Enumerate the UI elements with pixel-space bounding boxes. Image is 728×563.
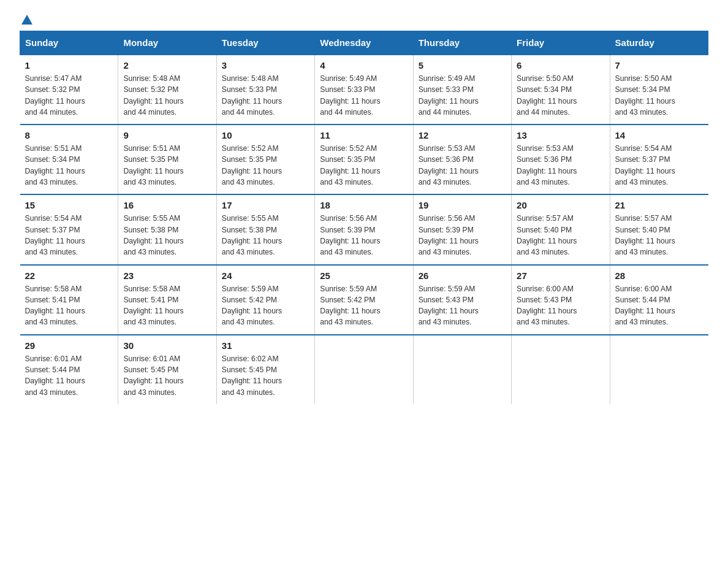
day-number: 15	[25, 200, 113, 210]
calendar-cell	[610, 335, 708, 404]
calendar-cell: 7 Sunrise: 5:50 AM Sunset: 5:34 PM Dayli…	[610, 55, 708, 124]
day-info: Sunrise: 5:59 AM Sunset: 5:43 PM Dayligh…	[419, 283, 506, 328]
day-info: Sunrise: 5:48 AM Sunset: 5:33 PM Dayligh…	[222, 73, 309, 118]
day-number: 3	[222, 60, 309, 71]
day-info: Sunrise: 5:54 AM Sunset: 5:37 PM Dayligh…	[25, 213, 113, 258]
calendar-cell	[315, 335, 413, 404]
calendar-cell: 25 Sunrise: 5:59 AM Sunset: 5:42 PM Dayl…	[315, 265, 413, 335]
header-sunday: Sunday	[20, 31, 118, 55]
day-number: 13	[517, 130, 604, 140]
header-wednesday: Wednesday	[315, 31, 413, 55]
day-info: Sunrise: 5:52 AM Sunset: 5:35 PM Dayligh…	[320, 143, 408, 188]
day-number: 17	[222, 200, 309, 210]
calendar-cell	[413, 335, 511, 404]
calendar-cell: 2 Sunrise: 5:48 AM Sunset: 5:32 PM Dayli…	[118, 55, 216, 124]
calendar-cell: 29 Sunrise: 6:01 AM Sunset: 5:44 PM Dayl…	[20, 335, 118, 404]
day-info: Sunrise: 5:58 AM Sunset: 5:41 PM Dayligh…	[25, 283, 113, 328]
day-info: Sunrise: 5:59 AM Sunset: 5:42 PM Dayligh…	[320, 283, 408, 328]
day-info: Sunrise: 5:51 AM Sunset: 5:35 PM Dayligh…	[123, 143, 211, 188]
header-tuesday: Tuesday	[216, 31, 314, 55]
day-number: 10	[222, 130, 309, 140]
day-number: 24	[222, 270, 309, 281]
day-number: 21	[615, 200, 703, 210]
day-number: 8	[25, 130, 113, 140]
calendar-cell: 26 Sunrise: 5:59 AM Sunset: 5:43 PM Dayl…	[413, 265, 511, 335]
day-info: Sunrise: 5:47 AM Sunset: 5:32 PM Dayligh…	[25, 73, 113, 118]
header-saturday: Saturday	[610, 31, 708, 55]
logo	[20, 15, 45, 26]
calendar-header-row: SundayMondayTuesdayWednesdayThursdayFrid…	[20, 31, 708, 55]
calendar-cell: 4 Sunrise: 5:49 AM Sunset: 5:33 PM Dayli…	[315, 55, 413, 124]
day-info: Sunrise: 5:49 AM Sunset: 5:33 PM Dayligh…	[320, 73, 408, 118]
day-number: 29	[25, 340, 113, 351]
calendar-cell: 12 Sunrise: 5:53 AM Sunset: 5:36 PM Dayl…	[413, 124, 511, 194]
day-info: Sunrise: 5:57 AM Sunset: 5:40 PM Dayligh…	[517, 213, 604, 258]
day-number: 14	[615, 130, 703, 140]
day-number: 9	[123, 130, 211, 140]
day-info: Sunrise: 5:59 AM Sunset: 5:42 PM Dayligh…	[222, 283, 309, 328]
day-info: Sunrise: 5:53 AM Sunset: 5:36 PM Dayligh…	[517, 143, 604, 188]
day-number: 31	[222, 340, 309, 351]
calendar-cell: 16 Sunrise: 5:55 AM Sunset: 5:38 PM Dayl…	[118, 194, 216, 264]
calendar-cell: 23 Sunrise: 5:58 AM Sunset: 5:41 PM Dayl…	[118, 265, 216, 335]
day-info: Sunrise: 6:02 AM Sunset: 5:45 PM Dayligh…	[222, 353, 309, 398]
day-info: Sunrise: 5:49 AM Sunset: 5:33 PM Dayligh…	[419, 73, 506, 118]
day-number: 4	[320, 60, 408, 71]
day-number: 23	[123, 270, 211, 281]
day-number: 6	[517, 60, 604, 71]
header-thursday: Thursday	[413, 31, 511, 55]
day-number: 16	[123, 200, 211, 210]
day-info: Sunrise: 5:51 AM Sunset: 5:34 PM Dayligh…	[25, 143, 113, 188]
calendar-cell: 13 Sunrise: 5:53 AM Sunset: 5:36 PM Dayl…	[512, 124, 610, 194]
day-number: 25	[320, 270, 408, 281]
calendar-cell: 28 Sunrise: 6:00 AM Sunset: 5:44 PM Dayl…	[610, 265, 708, 335]
calendar-cell: 14 Sunrise: 5:54 AM Sunset: 5:37 PM Dayl…	[610, 124, 708, 194]
calendar-cell: 9 Sunrise: 5:51 AM Sunset: 5:35 PM Dayli…	[118, 124, 216, 194]
calendar-cell: 15 Sunrise: 5:54 AM Sunset: 5:37 PM Dayl…	[20, 194, 118, 264]
calendar-cell: 10 Sunrise: 5:52 AM Sunset: 5:35 PM Dayl…	[216, 124, 314, 194]
day-info: Sunrise: 6:00 AM Sunset: 5:43 PM Dayligh…	[517, 283, 604, 328]
calendar-cell: 30 Sunrise: 6:01 AM Sunset: 5:45 PM Dayl…	[118, 335, 216, 404]
day-number: 7	[615, 60, 703, 71]
day-number: 5	[419, 60, 506, 71]
calendar-week-row: 8 Sunrise: 5:51 AM Sunset: 5:34 PM Dayli…	[20, 124, 708, 194]
calendar-cell: 17 Sunrise: 5:55 AM Sunset: 5:38 PM Dayl…	[216, 194, 314, 264]
calendar-cell: 3 Sunrise: 5:48 AM Sunset: 5:33 PM Dayli…	[216, 55, 314, 124]
day-number: 12	[419, 130, 506, 140]
calendar-cell: 31 Sunrise: 6:02 AM Sunset: 5:45 PM Dayl…	[216, 335, 314, 404]
day-number: 18	[320, 200, 408, 210]
day-number: 19	[419, 200, 506, 210]
day-number: 22	[25, 270, 113, 281]
calendar-week-row: 22 Sunrise: 5:58 AM Sunset: 5:41 PM Dayl…	[20, 265, 708, 335]
calendar-week-row: 29 Sunrise: 6:01 AM Sunset: 5:44 PM Dayl…	[20, 335, 708, 404]
calendar-cell: 27 Sunrise: 6:00 AM Sunset: 5:43 PM Dayl…	[512, 265, 610, 335]
day-info: Sunrise: 5:48 AM Sunset: 5:32 PM Dayligh…	[123, 73, 211, 118]
calendar-cell: 1 Sunrise: 5:47 AM Sunset: 5:32 PM Dayli…	[20, 55, 118, 124]
calendar-cell: 21 Sunrise: 5:57 AM Sunset: 5:40 PM Dayl…	[610, 194, 708, 264]
day-number: 26	[419, 270, 506, 281]
header-friday: Friday	[512, 31, 610, 55]
day-info: Sunrise: 5:50 AM Sunset: 5:34 PM Dayligh…	[615, 73, 703, 118]
calendar-cell: 8 Sunrise: 5:51 AM Sunset: 5:34 PM Dayli…	[20, 124, 118, 194]
day-info: Sunrise: 6:01 AM Sunset: 5:44 PM Dayligh…	[25, 353, 113, 398]
day-info: Sunrise: 5:54 AM Sunset: 5:37 PM Dayligh…	[615, 143, 703, 188]
calendar-week-row: 15 Sunrise: 5:54 AM Sunset: 5:37 PM Dayl…	[20, 194, 708, 264]
calendar-cell: 5 Sunrise: 5:49 AM Sunset: 5:33 PM Dayli…	[413, 55, 511, 124]
day-info: Sunrise: 5:55 AM Sunset: 5:38 PM Dayligh…	[222, 213, 309, 258]
day-number: 11	[320, 130, 408, 140]
page-header	[20, 15, 708, 26]
day-number: 20	[517, 200, 604, 210]
day-number: 2	[123, 60, 211, 71]
day-info: Sunrise: 5:58 AM Sunset: 5:41 PM Dayligh…	[123, 283, 211, 328]
calendar-cell: 18 Sunrise: 5:56 AM Sunset: 5:39 PM Dayl…	[315, 194, 413, 264]
calendar-cell: 20 Sunrise: 5:57 AM Sunset: 5:40 PM Dayl…	[512, 194, 610, 264]
logo-triangle-icon	[21, 15, 32, 25]
day-info: Sunrise: 5:50 AM Sunset: 5:34 PM Dayligh…	[517, 73, 604, 118]
calendar-cell: 19 Sunrise: 5:56 AM Sunset: 5:39 PM Dayl…	[413, 194, 511, 264]
header-monday: Monday	[118, 31, 216, 55]
day-info: Sunrise: 5:52 AM Sunset: 5:35 PM Dayligh…	[222, 143, 309, 188]
day-number: 27	[517, 270, 604, 281]
calendar-cell: 6 Sunrise: 5:50 AM Sunset: 5:34 PM Dayli…	[512, 55, 610, 124]
day-number: 1	[25, 60, 113, 71]
calendar-cell	[512, 335, 610, 404]
